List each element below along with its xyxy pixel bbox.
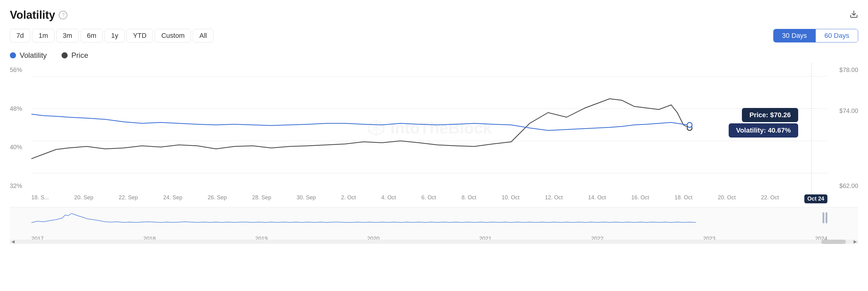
page-title: Volatility	[10, 9, 55, 22]
time-btn-1y[interactable]: 1y	[104, 29, 125, 42]
svg-point-11	[687, 123, 692, 127]
price-dot	[62, 52, 68, 59]
header-row: Volatility ?	[10, 9, 858, 22]
tooltip-price-value: $70.26	[770, 111, 791, 119]
mini-chart-svg	[31, 209, 828, 236]
scrollbar-left-btn[interactable]: ◀	[10, 239, 16, 244]
time-btn-3m[interactable]: 3m	[56, 29, 79, 42]
x-label-1: 20. Sep	[74, 194, 93, 203]
time-btn-custom[interactable]: Custom	[155, 29, 191, 42]
volatility-dot	[10, 52, 16, 59]
x-axis-row: 18. S... 20. Sep 22. Sep 24. Sep 26. Sep…	[10, 193, 858, 203]
time-btn-1m[interactable]: 1m	[32, 29, 55, 42]
tooltip-volatility-label: Volatility:	[736, 126, 768, 134]
legend-volatility: Volatility	[10, 51, 47, 60]
title-group: Volatility ?	[10, 9, 67, 22]
x-label-4: 26. Sep	[208, 194, 227, 203]
x-label-3: 24. Sep	[163, 194, 182, 203]
x-label-18: Oct 24	[804, 194, 828, 203]
x-label-16: 20. Oct	[718, 194, 736, 203]
scrollbar-thumb[interactable]	[821, 239, 846, 244]
tooltip-volatility-value: 40.67%	[768, 126, 791, 134]
legend-row: Volatility Price	[10, 51, 858, 60]
day-btn-60[interactable]: 60 Days	[815, 29, 858, 42]
chart-inner: IntoTheBlock	[31, 63, 828, 193]
chart-area: 56% 48% 40% 32% $78.00 $74.00 $62.00 Int…	[10, 63, 858, 193]
help-icon[interactable]: ?	[59, 11, 67, 20]
y-label-62: $62.00	[828, 183, 858, 190]
x-label-14: 16. Oct	[631, 194, 649, 203]
legend-volatility-label: Volatility	[20, 51, 47, 60]
download-icon[interactable]	[849, 10, 858, 21]
x-label-12: 12. Oct	[545, 194, 563, 203]
y-label-48: 48%	[10, 105, 31, 112]
x-label-2: 22. Sep	[119, 194, 138, 203]
time-btn-ytd[interactable]: YTD	[126, 29, 153, 42]
x-label-11: 10. Oct	[502, 194, 520, 203]
y-label-74: $74.00	[828, 107, 858, 115]
day-buttons: 30 Days 60 Days	[773, 29, 858, 42]
time-btn-7d[interactable]: 7d	[10, 29, 30, 42]
scrollbar-right-btn[interactable]: ▶	[852, 239, 858, 244]
mini-chart-area[interactable]: 2017 2018 2019 2020 2021 2022 2023 2024 …	[10, 207, 858, 244]
handle-bar-right[interactable]	[826, 212, 828, 223]
time-btn-all[interactable]: All	[193, 29, 213, 42]
y-label-56: 56%	[10, 66, 31, 73]
legend-price: Price	[62, 51, 88, 60]
x-label-8: 4. Oct	[381, 194, 396, 203]
handle-bar-left[interactable]	[823, 212, 824, 223]
day-btn-30[interactable]: 30 Days	[774, 29, 816, 42]
x-label-17: 22. Oct	[761, 194, 779, 203]
y-axis-left: 56% 48% 40% 32%	[10, 63, 31, 193]
y-label-32: 32%	[10, 183, 31, 190]
mini-resize-handle[interactable]	[823, 212, 828, 223]
tooltip-volatility: Volatility: 40.67%	[728, 123, 798, 137]
y-axis-right: $78.00 $74.00 $62.00	[828, 63, 858, 193]
legend-price-label: Price	[71, 51, 88, 60]
x-label-9: 6. Oct	[422, 194, 436, 203]
x-label-10: 8. Oct	[461, 194, 476, 203]
tooltip-price-label: Price:	[749, 111, 770, 119]
scrollbar-area[interactable]: ◀ ▶	[10, 239, 858, 244]
x-label-0: 18. S...	[31, 194, 49, 203]
x-label-15: 18. Oct	[675, 194, 692, 203]
chart-grid	[31, 63, 828, 193]
time-btn-6m[interactable]: 6m	[81, 29, 103, 42]
x-label-5: 28. Sep	[252, 194, 271, 203]
y-label-78: $78.00	[828, 66, 858, 73]
main-container: Volatility ? 7d 1m 3m 6m 1y YTD Custom A…	[0, 0, 868, 291]
x-label-13: 14. Oct	[588, 194, 606, 203]
x-label-7: 2. Oct	[341, 194, 356, 203]
tooltip-price: Price: $70.26	[742, 108, 798, 122]
time-buttons: 7d 1m 3m 6m 1y YTD Custom All	[10, 29, 214, 42]
x-label-6: 30. Sep	[297, 194, 316, 203]
controls-row: 7d 1m 3m 6m 1y YTD Custom All 30 Days 60…	[10, 29, 858, 42]
y-label-40: 40%	[10, 144, 31, 151]
